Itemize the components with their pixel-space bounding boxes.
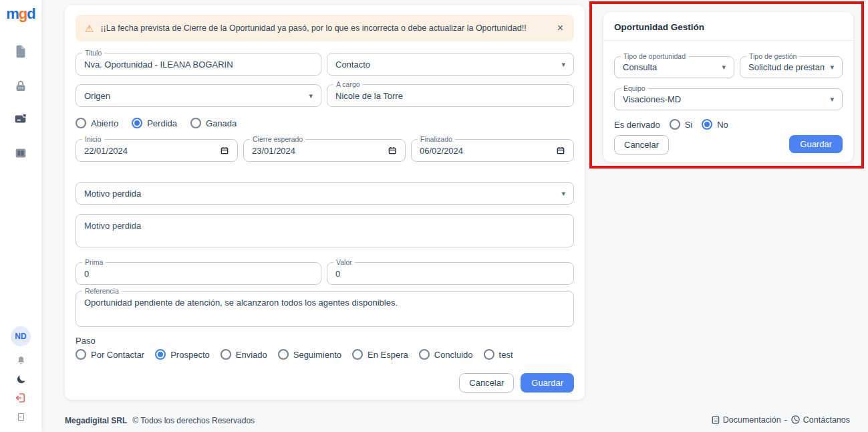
es-derivado-label: Es derivado	[614, 120, 660, 130]
dark-mode-toggle[interactable]	[13, 372, 28, 387]
book-icon	[13, 146, 28, 160]
payments-nav-icon[interactable]	[12, 110, 29, 127]
origen-placeholder: Origen	[84, 91, 303, 101]
radio-prospecto[interactable]: Prospecto	[155, 349, 210, 360]
titulo-value: Nva. Oportunidad - ILEANA BOGARIN	[84, 60, 313, 70]
radio-circle	[670, 119, 680, 130]
opportunity-form-card: ⚠ ¡¡La fecha prevista de Cierre de la Op…	[65, 5, 585, 400]
footer-brand: Megadigital SRL	[65, 416, 127, 425]
radio-seguimiento[interactable]: Seguimiento	[278, 349, 341, 360]
radio-circle	[352, 349, 363, 360]
documentation-link[interactable]: Documentación	[711, 415, 781, 425]
radio-si[interactable]: Si	[670, 119, 693, 130]
referencia-textarea[interactable]: Referencia Oportunidad pendiente de aten…	[76, 291, 574, 327]
calendar-icon[interactable]	[556, 146, 565, 155]
radio-en-espera[interactable]: En Espera	[352, 349, 408, 360]
warning-icon: ⚠	[85, 23, 94, 33]
chevron-down-icon: ▾	[830, 63, 834, 72]
estado-radio-group: Abierto Perdida Ganada	[76, 118, 237, 128]
radio-circle	[76, 118, 86, 128]
radio-test[interactable]: test	[484, 349, 513, 360]
logout-icon	[15, 392, 27, 404]
app-logo: mgd	[6, 7, 35, 21]
screen: mgd	[0, 0, 868, 432]
contacto-select[interactable]: Contacto ▾	[327, 53, 574, 76]
cancel-button[interactable]: Cancelar	[459, 373, 514, 393]
tipo-gestion-select[interactable]: Tipo de gestión Solicitud de prestamo ▾	[740, 56, 843, 78]
sidebar: mgd	[0, 0, 41, 432]
form-actions: Cancelar Guardar	[459, 373, 574, 393]
radio-circle	[484, 349, 494, 360]
footer-separator: -	[784, 415, 787, 425]
equipo-select[interactable]: Equipo Visaciones-MD ▾	[614, 88, 843, 110]
radio-circle	[419, 349, 430, 360]
radio-circle	[702, 119, 712, 130]
radio-perdida[interactable]: Perdida	[132, 118, 177, 128]
security-nav-icon[interactable]	[12, 78, 29, 95]
lock-icon	[13, 79, 28, 94]
chevron-down-icon: ▾	[722, 63, 726, 72]
whatsapp-icon	[790, 415, 801, 425]
panel-save-button[interactable]: Guardar	[789, 135, 843, 153]
chevron-down-icon: ▾	[561, 189, 565, 198]
notifications-button[interactable]	[13, 353, 28, 368]
cierre-esperado-date-field[interactable]: Cierre esperado 23/01/2024	[243, 139, 406, 162]
finalizado-date-field[interactable]: Finalizado 06/02/2024	[411, 139, 574, 162]
a-cargo-value: Nicole de la Torre	[335, 91, 565, 101]
titulo-field[interactable]: Titulo Nva. Oportunidad - ILEANA BOGARIN	[76, 53, 321, 76]
inicio-date-field[interactable]: Inicio 22/01/2024	[76, 139, 238, 162]
radio-enviado[interactable]: Enviado	[221, 349, 267, 360]
radio-circle	[76, 349, 86, 360]
origen-select[interactable]: Origen ▾	[76, 84, 321, 107]
motivo-perdida-textarea[interactable]: Motivo perdida	[76, 214, 574, 247]
contacto-placeholder: Contacto	[335, 60, 556, 70]
footer-copyright: Megadigital SRL © Todos los derechos Res…	[65, 416, 255, 425]
radio-circle	[190, 118, 201, 128]
user-avatar[interactable]: ND	[11, 326, 31, 346]
radio-circle	[278, 349, 289, 360]
radio-circle	[155, 349, 166, 360]
moon-icon	[15, 374, 27, 385]
documents-nav-icon[interactable]	[12, 43, 29, 60]
panel-title: Oportunidad Gestión	[603, 12, 853, 41]
close-icon[interactable]: ×	[556, 22, 565, 34]
catalog-nav-icon[interactable]	[12, 144, 29, 162]
documentation-icon	[711, 415, 720, 425]
contact-link[interactable]: Contáctanos	[790, 415, 850, 425]
warning-banner: ⚠ ¡¡La fecha prevista de Cierre de la Op…	[76, 15, 574, 41]
titulo-label: Titulo	[82, 49, 104, 57]
logout-button[interactable]	[13, 391, 28, 405]
panel-cancel-button[interactable]: Cancelar	[614, 135, 669, 154]
radio-concluido[interactable]: Concluido	[419, 349, 473, 360]
bell-icon	[15, 355, 27, 366]
valor-field[interactable]: Valor 0	[327, 262, 574, 285]
panel-toggle-button[interactable]	[13, 409, 28, 424]
tipo-oportunidad-select[interactable]: Tipo de oportunidad Consulta ▾	[614, 56, 734, 78]
radio-ganada[interactable]: Ganada	[190, 118, 237, 128]
chevron-down-icon: ▾	[561, 60, 565, 69]
paso-radio-group: Por Contactar Prospecto Enviado Seguimie…	[76, 349, 513, 360]
chevron-down-icon: ▾	[830, 95, 834, 104]
es-derivado-radio-group: Es derivado Si No	[614, 119, 728, 130]
wallet-icon	[13, 111, 28, 126]
footer-rights: © Todos los derechos Reservados	[132, 416, 255, 425]
motivo-perdida-select[interactable]: Motivo perdida ▾	[76, 182, 574, 205]
chevron-down-icon: ▾	[309, 92, 313, 100]
red-annotation-rect: Oportunidad Gestión Tipo de oportunidad …	[589, 1, 864, 169]
warning-text: ¡¡La fecha prevista de Cierre de la Opor…	[100, 23, 549, 33]
calendar-icon[interactable]	[220, 146, 229, 155]
radio-circle	[132, 118, 142, 128]
footer-links: Documentación - Contáctanos	[711, 415, 850, 425]
calendar-icon[interactable]	[388, 146, 397, 155]
door-icon	[16, 412, 26, 422]
radio-por-contactar[interactable]: Por Contactar	[76, 349, 144, 360]
radio-abierto[interactable]: Abierto	[76, 118, 118, 128]
save-button[interactable]: Guardar	[521, 373, 574, 393]
gestion-panel-card: Oportunidad Gestión Tipo de oportunidad …	[603, 12, 853, 162]
prima-field[interactable]: Prima 0	[76, 262, 321, 285]
file-icon	[13, 44, 28, 59]
a-cargo-label: A cargo	[333, 80, 363, 88]
a-cargo-field[interactable]: A cargo Nicole de la Torre	[327, 84, 574, 107]
radio-no[interactable]: No	[702, 119, 728, 130]
radio-circle	[221, 349, 231, 360]
